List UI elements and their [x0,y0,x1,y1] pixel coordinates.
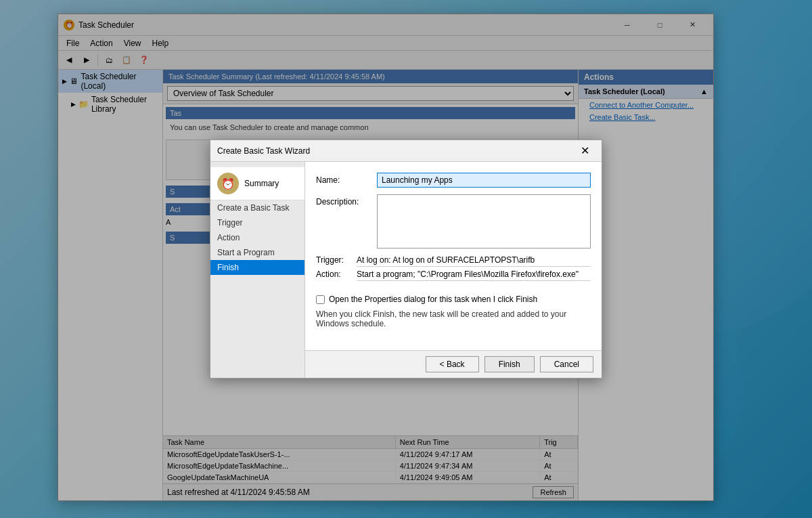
wizard-step-finish-label: Finish [217,263,239,272]
properties-checkbox-row: Open the Properties dialog for this task… [316,295,591,304]
dialog-body: ⏰ Summary Create a Basic Task Trigger Ac… [210,162,602,378]
finish-note: When you click Finish, the new task will… [316,309,591,328]
wizard-step-create-label: Create a Basic Task [217,203,290,213]
wizard-step-trigger-label: Trigger [217,218,243,228]
finish-button-dialog[interactable]: Finish [484,356,535,372]
wizard-summary-header: ⏰ Summary [210,167,304,200]
wizard-step-start-program[interactable]: Start a Program [210,245,304,260]
wizard-step-trigger[interactable]: Trigger [210,215,304,230]
wizard-header-title: Summary [244,179,279,188]
trigger-value: At log on: At log on of SURFACELAPTOPST\… [357,255,591,267]
dialog-wizard-steps: ⏰ Summary Create a Basic Task Trigger Ac… [210,162,305,378]
dialog-right-content: Name: Description: Trigger: At log on: A… [305,162,602,378]
form-row-description: Description: [316,194,591,249]
description-label: Description: [316,194,377,207]
wizard-step-start-label: Start a Program [217,248,275,257]
name-input[interactable] [377,173,591,188]
dialog-title-bar: Create Basic Task Wizard ✕ [210,140,602,162]
properties-checkbox[interactable] [316,295,325,304]
action-value: Start a program; "C:\Program Files\Mozil… [357,269,591,281]
trigger-row: Trigger: At log on: At log on of SURFACE… [316,255,591,267]
properties-checkbox-label: Open the Properties dialog for this task… [329,295,537,304]
checkbox-section: Open the Properties dialog for this task… [316,295,591,328]
action-label: Action: [316,269,357,279]
trigger-label: Trigger: [316,255,357,265]
modal-overlay: Create Basic Task Wizard ✕ ⏰ Summary Cre… [0,0,812,518]
action-row: Action: Start a program; "C:\Program Fil… [316,269,591,281]
dialog-title-text: Create Basic Task Wizard [217,146,574,156]
create-basic-task-dialog: Create Basic Task Wizard ✕ ⏰ Summary Cre… [210,139,602,379]
form-row-name: Name: [316,173,591,188]
name-label: Name: [316,173,377,185]
wizard-step-action[interactable]: Action [210,230,304,245]
wizard-header-icon: ⏰ [217,173,239,194]
cancel-button-dialog[interactable]: Cancel [540,356,593,372]
wizard-step-action-label: Action [217,233,240,242]
dialog-form: Name: Description: Trigger: At log on: A… [305,162,602,350]
wizard-step-finish[interactable]: Finish [210,260,304,275]
dialog-footer: < Back Finish Cancel [305,350,602,378]
wizard-step-create[interactable]: Create a Basic Task [210,200,304,215]
info-section: Trigger: At log on: At log on of SURFACE… [316,255,591,281]
back-button-dialog[interactable]: < Back [426,356,479,372]
description-input[interactable] [377,194,591,249]
dialog-close-button[interactable]: ✕ [574,142,595,160]
